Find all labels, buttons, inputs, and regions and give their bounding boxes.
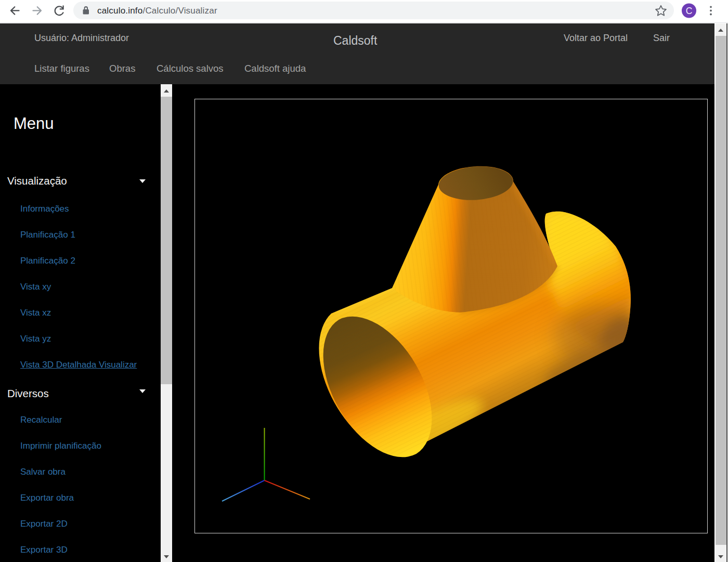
svg-text:C: C (686, 6, 693, 16)
